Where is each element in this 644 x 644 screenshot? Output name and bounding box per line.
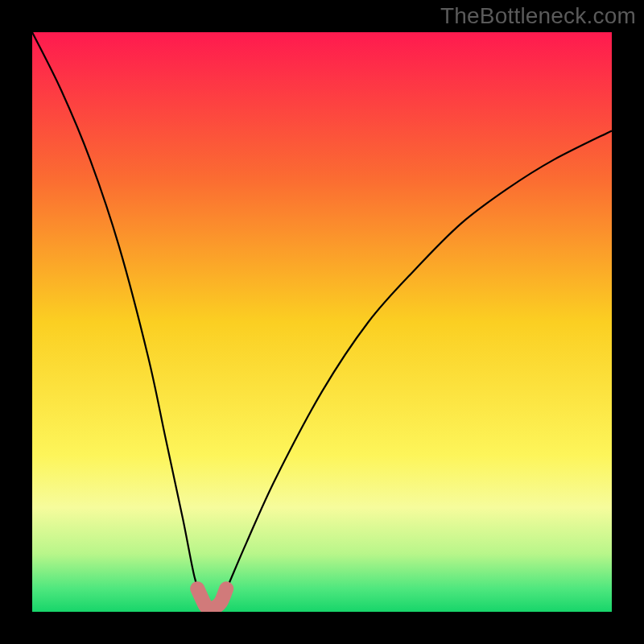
gradient-background [32, 32, 612, 612]
chart-svg [32, 32, 612, 612]
watermark-text: TheBottleneck.com [440, 3, 636, 29]
plot-area [32, 32, 612, 612]
chart-frame: TheBottleneck.com [0, 0, 644, 644]
